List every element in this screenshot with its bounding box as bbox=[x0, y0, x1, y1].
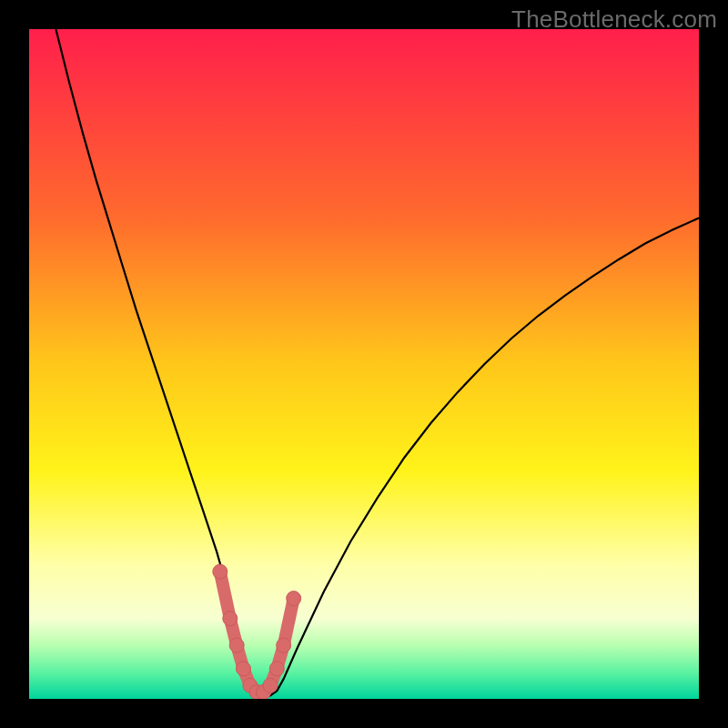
marker-dot bbox=[237, 662, 251, 676]
marker-dot bbox=[223, 612, 238, 626]
watermark-text: TheBottleneck.com bbox=[511, 5, 717, 34]
marker-dot bbox=[269, 662, 284, 676]
marker-dot bbox=[229, 638, 244, 652]
plot-area bbox=[29, 29, 699, 699]
marker-dot bbox=[263, 678, 278, 693]
gradient-background bbox=[29, 29, 699, 699]
marker-dot bbox=[277, 638, 291, 652]
chart-frame: TheBottleneck.com bbox=[0, 0, 728, 728]
marker-dot bbox=[287, 592, 301, 606]
plot-svg bbox=[29, 29, 699, 699]
marker-dot bbox=[213, 564, 228, 579]
